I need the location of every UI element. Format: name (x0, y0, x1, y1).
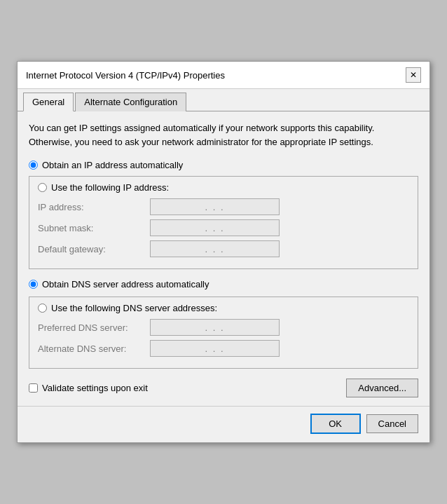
preferred-dns-input[interactable]: . . . (150, 319, 280, 336)
tab-bar: General Alternate Configuration (18, 89, 429, 111)
preferred-dns-row: Preferred DNS server: . . . (38, 319, 409, 336)
obtain-ip-auto-label[interactable]: Obtain an IP address automatically (42, 160, 183, 170)
title-bar: Internet Protocol Version 4 (TCP/IPv4) P… (18, 62, 429, 89)
preferred-dns-label: Preferred DNS server: (38, 322, 150, 333)
use-following-ip-radio[interactable] (38, 183, 47, 192)
validate-checkbox[interactable] (29, 383, 38, 393)
alternate-dns-label: Alternate DNS server: (38, 343, 150, 354)
preferred-dns-dots: . . . (205, 322, 224, 333)
window-title: Internet Protocol Version 4 (TCP/IPv4) P… (26, 70, 225, 81)
advanced-button[interactable]: Advanced... (346, 379, 418, 397)
subnet-mask-label: Subnet mask: (38, 223, 150, 233)
use-following-dns-label[interactable]: Use the following DNS server addresses: (51, 303, 217, 313)
ip-manual-header[interactable]: Use the following IP address: (38, 182, 409, 193)
ip-manual-group: Use the following IP address: IP address… (29, 176, 418, 269)
description-text: You can get IP settings assigned automat… (29, 121, 418, 149)
validate-row: Validate settings upon exit (29, 383, 148, 393)
cancel-button[interactable]: Cancel (366, 414, 418, 433)
default-gateway-input[interactable]: . . . (150, 240, 280, 257)
obtain-ip-auto-option[interactable]: Obtain an IP address automatically (29, 160, 418, 170)
tab-alternate-configuration[interactable]: Alternate Configuration (75, 93, 186, 111)
ok-button[interactable]: OK (310, 414, 361, 434)
alternate-dns-input[interactable]: . . . (150, 340, 280, 357)
bottom-row: Validate settings upon exit Advanced... (29, 379, 418, 397)
dialog-window: Internet Protocol Version 4 (TCP/IPv4) P… (17, 61, 430, 443)
default-gateway-row: Default gateway: . . . (38, 240, 409, 257)
action-buttons-row: OK Cancel (18, 406, 429, 442)
obtain-ip-auto-radio[interactable] (29, 161, 38, 170)
obtain-dns-auto-radio[interactable] (29, 280, 38, 289)
default-gateway-dots: . . . (205, 244, 224, 254)
close-button[interactable]: ✕ (406, 67, 421, 83)
validate-label[interactable]: Validate settings upon exit (42, 383, 148, 393)
alternate-dns-dots: . . . (205, 343, 224, 354)
ip-address-label: IP address: (38, 202, 150, 212)
subnet-mask-row: Subnet mask: . . . (38, 219, 409, 236)
obtain-dns-auto-option[interactable]: Obtain DNS server address automatically (29, 279, 418, 290)
obtain-dns-auto-label[interactable]: Obtain DNS server address automatically (42, 279, 209, 290)
subnet-mask-input[interactable]: . . . (150, 219, 280, 236)
alternate-dns-row: Alternate DNS server: . . . (38, 340, 409, 357)
dns-manual-group: Use the following DNS server addresses: … (29, 297, 418, 369)
dns-manual-header[interactable]: Use the following DNS server addresses: (38, 303, 409, 313)
main-content: You can get IP settings assigned automat… (18, 111, 429, 406)
ip-address-dots: . . . (205, 202, 224, 212)
ip-address-input[interactable]: . . . (150, 198, 280, 215)
default-gateway-label: Default gateway: (38, 244, 150, 254)
subnet-mask-dots: . . . (205, 223, 224, 233)
ip-address-row: IP address: . . . (38, 198, 409, 215)
use-following-dns-radio[interactable] (38, 304, 47, 313)
use-following-ip-label[interactable]: Use the following IP address: (51, 182, 169, 193)
tab-general[interactable]: General (23, 93, 74, 111)
